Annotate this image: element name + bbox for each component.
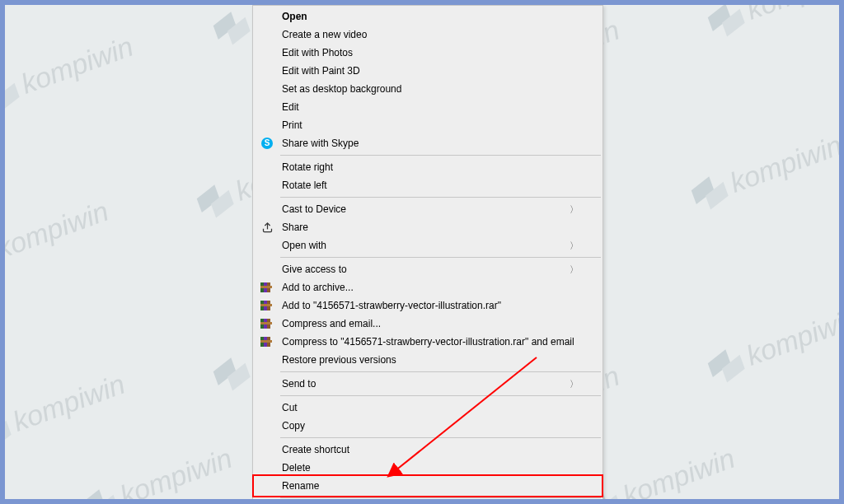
chevron-right-icon: 〉	[570, 240, 579, 252]
menu-item-copy[interactable]: Copy	[254, 417, 602, 435]
menu-label: Send to	[282, 378, 570, 390]
menu-label: Cast to Device	[282, 203, 570, 215]
menu-label: Compress to "4156571-strawberry-vector-i…	[282, 336, 579, 348]
menu-item-open-with[interactable]: Open with 〉	[254, 236, 602, 254]
menu-item-properties[interactable]: Properties	[254, 501, 602, 504]
menu-label: Create a new video	[282, 29, 579, 40]
menu-label: Add to archive...	[282, 282, 579, 293]
menu-item-give-access[interactable]: Give access to 〉	[254, 260, 602, 278]
menu-label: Set as desktop background	[282, 83, 579, 95]
menu-label: Create shortcut	[282, 444, 579, 455]
menu-item-print[interactable]: Print	[254, 116, 602, 134]
menu-separator	[280, 437, 601, 438]
menu-label: Rename	[282, 480, 579, 492]
menu-item-share-skype[interactable]: S Share with Skype	[254, 134, 602, 152]
menu-label: Open with	[282, 240, 570, 251]
menu-item-restore-previous[interactable]: Restore previous versions	[254, 351, 602, 369]
menu-item-add-to-named[interactable]: Add to "4156571-strawberry-vector-illust…	[254, 296, 602, 315]
menu-item-set-background[interactable]: Set as desktop background	[254, 80, 602, 98]
context-menu: Open Create a new video Edit with Photos…	[252, 5, 603, 504]
menu-separator	[280, 155, 601, 156]
menu-item-compress-email[interactable]: Compress and email...	[254, 315, 602, 333]
menu-label: Rotate left	[282, 180, 579, 191]
menu-label: Add to "4156571-strawberry-vector-illust…	[282, 300, 579, 311]
chevron-right-icon: 〉	[570, 264, 579, 276]
menu-label: Edit with Paint 3D	[282, 65, 579, 77]
menu-label: Share	[282, 222, 579, 233]
menu-item-open[interactable]: Open	[254, 7, 602, 26]
menu-label: Copy	[282, 420, 579, 432]
menu-label: Rotate right	[282, 161, 579, 173]
menu-separator	[280, 257, 601, 258]
menu-label: Edit with Photos	[282, 47, 579, 58]
menu-item-rotate-right[interactable]: Rotate right	[254, 158, 602, 176]
screenshot-frame: kompiwin kompiwin kompiwin kompiwin komp…	[0, 0, 844, 504]
menu-item-edit-photos[interactable]: Edit with Photos	[254, 44, 602, 62]
menu-separator	[280, 197, 601, 198]
menu-item-cast[interactable]: Cast to Device 〉	[254, 200, 602, 218]
menu-label: Give access to	[282, 264, 570, 275]
menu-separator	[280, 497, 601, 498]
menu-item-cut[interactable]: Cut	[254, 399, 602, 417]
menu-item-edit[interactable]: Edit	[254, 98, 602, 116]
menu-separator	[280, 371, 601, 372]
menu-label: Print	[282, 119, 579, 131]
menu-label: Delete	[282, 462, 579, 474]
menu-item-create-video[interactable]: Create a new video	[254, 26, 602, 44]
chevron-right-icon: 〉	[570, 203, 579, 216]
menu-item-edit-paint3d[interactable]: Edit with Paint 3D	[254, 62, 602, 80]
menu-label: Edit	[282, 101, 579, 113]
menu-item-add-archive[interactable]: Add to archive...	[254, 278, 602, 296]
winrar-icon	[260, 335, 274, 348]
menu-label: Share with Skype	[282, 138, 579, 149]
menu-label: Compress and email...	[282, 318, 579, 329]
menu-label: Open	[282, 11, 579, 22]
chevron-right-icon: 〉	[570, 378, 579, 390]
winrar-icon	[260, 281, 274, 294]
menu-item-send-to[interactable]: Send to 〉	[254, 375, 602, 393]
menu-item-delete[interactable]: Delete	[254, 459, 602, 477]
menu-item-share[interactable]: Share	[254, 218, 602, 236]
menu-label: Restore previous versions	[282, 354, 579, 366]
menu-item-rotate-left[interactable]: Rotate left	[254, 176, 602, 194]
skype-icon: S	[260, 137, 274, 150]
winrar-icon	[260, 317, 274, 330]
menu-item-rename[interactable]: Rename	[254, 477, 602, 495]
menu-separator	[280, 395, 601, 396]
share-icon	[260, 221, 274, 234]
menu-item-create-shortcut[interactable]: Create shortcut	[254, 441, 602, 459]
menu-item-compress-named-email[interactable]: Compress to "4156571-strawberry-vector-i…	[254, 333, 602, 351]
menu-label: Cut	[282, 402, 579, 413]
winrar-icon	[260, 299, 274, 312]
